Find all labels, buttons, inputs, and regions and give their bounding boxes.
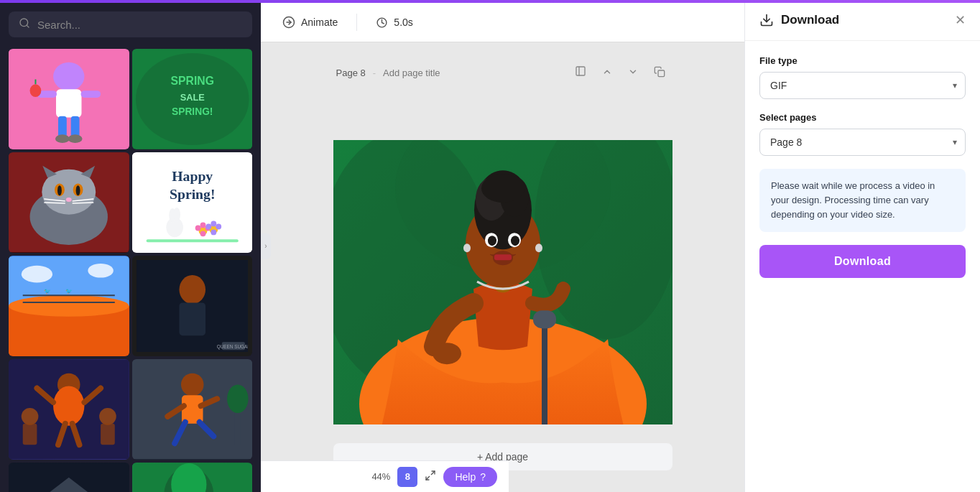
svg-point-130 xyxy=(433,343,461,364)
timer-icon xyxy=(376,17,388,29)
help-button[interactable]: Help ? xyxy=(443,467,497,487)
svg-point-51 xyxy=(9,295,129,317)
list-item[interactable] xyxy=(9,152,129,253)
svg-line-28 xyxy=(44,203,65,203)
download-header: Download ✕ xyxy=(745,0,980,41)
help-question-mark: ? xyxy=(480,471,486,483)
svg-rect-132 xyxy=(533,310,556,328)
svg-point-70 xyxy=(22,408,39,425)
select-pages-field: Select pages Page 1 Page 2 Page 3 Page 4… xyxy=(759,112,966,156)
search-input[interactable] xyxy=(37,19,242,31)
zoom-level: 44% xyxy=(371,471,390,482)
svg-point-31 xyxy=(66,198,72,202)
svg-point-11 xyxy=(30,84,42,97)
download-panel: Download ✕ File type GIF MP4 PNG PDF ▾ S… xyxy=(744,0,980,492)
svg-rect-5 xyxy=(58,116,67,138)
svg-rect-4 xyxy=(56,89,81,117)
svg-point-52 xyxy=(22,266,52,283)
list-item[interactable]: SPRING SALE SPRING! xyxy=(132,49,253,149)
list-item[interactable] xyxy=(132,463,253,492)
svg-rect-72 xyxy=(23,424,37,445)
svg-line-134 xyxy=(426,476,430,480)
chevron-down-icon xyxy=(628,67,638,77)
image-canvas[interactable] xyxy=(333,140,672,424)
list-item[interactable]: QUEEN SUGAR xyxy=(132,256,253,356)
file-type-label: File type xyxy=(759,55,966,66)
svg-point-128 xyxy=(463,243,471,252)
list-item[interactable]: Happy Spring! xyxy=(132,152,253,253)
page-menu-button[interactable] xyxy=(570,64,591,81)
image-grid: SPRING SALE SPRING! xyxy=(0,46,261,492)
svg-point-125 xyxy=(511,236,519,246)
animate-label: Animate xyxy=(301,17,338,28)
search-bar xyxy=(9,11,252,37)
list-item[interactable] xyxy=(9,359,129,460)
svg-line-133 xyxy=(432,471,435,475)
file-type-field: File type GIF MP4 PNG PDF ▾ xyxy=(759,55,966,99)
download-body: File type GIF MP4 PNG PDF ▾ Select pages… xyxy=(745,41,980,292)
svg-rect-76 xyxy=(181,395,203,423)
page-title-input[interactable] xyxy=(383,68,563,78)
list-item[interactable] xyxy=(9,463,129,492)
left-panel: SPRING SALE SPRING! xyxy=(0,0,261,492)
download-icon xyxy=(759,13,774,27)
svg-text:SPRING!: SPRING! xyxy=(172,106,213,117)
page-indicator[interactable]: 8 xyxy=(397,467,417,487)
svg-point-53 xyxy=(88,264,113,278)
bottom-bar: 44% 8 Help ? xyxy=(261,460,509,492)
file-type-select[interactable]: GIF MP4 PNG PDF xyxy=(759,72,966,99)
svg-point-46 xyxy=(205,224,211,230)
svg-point-39 xyxy=(200,223,205,228)
fullscreen-button[interactable] xyxy=(425,470,436,484)
page-menu-icon xyxy=(575,65,586,77)
svg-rect-105 xyxy=(576,67,585,75)
page-number-label: Page 8 xyxy=(336,68,366,78)
svg-rect-73 xyxy=(101,424,115,445)
collapse-panel-handle[interactable]: › xyxy=(261,233,271,259)
svg-point-8 xyxy=(68,134,83,143)
svg-line-30 xyxy=(73,203,94,203)
page-up-button[interactable] xyxy=(598,65,616,80)
copy-icon xyxy=(654,66,665,78)
svg-point-129 xyxy=(535,243,542,252)
page-down-button[interactable] xyxy=(624,65,642,80)
svg-text:SPRING: SPRING xyxy=(170,75,213,87)
svg-point-7 xyxy=(55,134,70,143)
page-title-separator: - xyxy=(373,68,376,78)
svg-point-71 xyxy=(99,408,116,425)
info-text: Please wait while we process a video in … xyxy=(771,180,935,220)
timer-label: 5.0s xyxy=(394,17,412,28)
svg-point-124 xyxy=(488,236,496,246)
svg-point-82 xyxy=(227,385,249,413)
svg-rect-127 xyxy=(494,254,512,260)
timer-button[interactable]: 5.0s xyxy=(366,12,422,33)
svg-text:QUEEN SUGAR: QUEEN SUGAR xyxy=(216,344,248,350)
svg-point-26 xyxy=(76,185,80,195)
svg-text:Spring!: Spring! xyxy=(170,186,215,202)
list-item[interactable]: 🐦 🐦 xyxy=(9,256,129,356)
select-pages-label: Select pages xyxy=(759,112,966,123)
svg-rect-48 xyxy=(146,239,238,242)
svg-rect-131 xyxy=(542,317,547,424)
toolbar: Animate 5.0s xyxy=(261,3,744,42)
close-panel-button[interactable]: ✕ xyxy=(955,14,966,27)
svg-point-47 xyxy=(211,229,216,235)
svg-point-75 xyxy=(180,373,203,396)
file-type-select-wrapper: GIF MP4 PNG PDF ▾ xyxy=(759,72,966,99)
list-item[interactable] xyxy=(132,359,253,460)
svg-line-1 xyxy=(27,25,29,27)
search-icon xyxy=(19,17,30,32)
svg-point-37 xyxy=(173,208,180,222)
chevron-up-icon xyxy=(602,67,612,77)
svg-rect-10 xyxy=(81,90,101,98)
animate-button[interactable]: Animate xyxy=(272,11,348,33)
animate-icon xyxy=(282,16,295,29)
toolbar-divider xyxy=(356,14,357,31)
download-button[interactable]: Download xyxy=(759,245,966,278)
list-item[interactable] xyxy=(9,49,129,149)
select-pages-select[interactable]: Page 1 Page 2 Page 3 Page 4 Page 5 Page … xyxy=(759,129,966,156)
duplicate-page-button[interactable] xyxy=(650,65,670,81)
svg-point-65 xyxy=(53,386,84,425)
svg-rect-107 xyxy=(658,70,665,77)
svg-point-119 xyxy=(481,174,524,203)
